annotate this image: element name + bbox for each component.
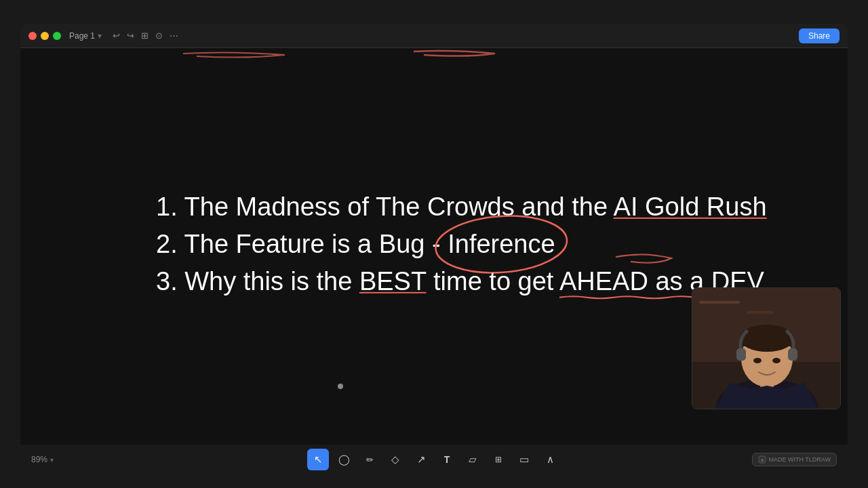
redo-icon[interactable]: ↪ [127,30,134,41]
svg-point-12 [753,358,762,363]
svg-rect-3 [699,301,740,304]
svg-rect-4 [747,311,774,314]
maximize-button[interactable] [53,32,61,40]
tool-arrow[interactable]: ↗ [410,449,432,470]
svg-rect-11 [788,348,797,361]
tool-select[interactable]: ↖ [307,449,329,470]
svg-point-13 [772,358,781,363]
webcam-render [692,288,840,409]
tldraw-badge: tl MADE WITH TLDRAW [752,453,837,466]
tool-eraser[interactable]: ◇ [384,449,406,470]
zoom-indicator: 89% ▾ [31,455,54,464]
tool-speech[interactable]: ▱ [462,449,484,470]
tool-draw[interactable]: ✏ [359,449,380,470]
page-label[interactable]: Page 1 ▾ [69,31,102,41]
bottom-toolbar: 89% ▾ ↖ ◯ ✏ ◇ ↗ T ▱ ⊞ ▭ ∧ [20,445,848,474]
main-window: Page 1 ▾ ↩ ↪ ⊞ ⊙ ⋯ Share 1. The Madness … [20,24,848,474]
inference-circle-svg [438,219,564,270]
tldraw-badge-text: MADE WITH TLDRAW [769,456,831,463]
tool-rect[interactable]: ▭ [513,449,535,470]
mouse-cursor [338,384,343,389]
tldraw-icon: tl [758,455,766,464]
close-button[interactable] [28,32,37,40]
titlebar-tools: ↩ ↪ ⊞ ⊙ ⋯ [113,30,178,41]
inference-wrap: Inference [448,227,555,262]
slide-line-2: 2. The Feature is a Bug - Inference [156,227,712,262]
ahead-text: AHEAD [559,267,655,296]
traffic-lights [28,32,61,40]
minimize-button[interactable] [41,32,49,40]
undo-icon[interactable]: ↩ [113,30,120,41]
top-annotation-svg [20,48,848,82]
tool-text[interactable]: T [436,449,458,470]
slide-line-3: 3. Why this is the BEST time to get AHEA… [156,264,712,299]
more-icon[interactable]: ⋯ [170,30,178,41]
share-button[interactable]: Share [799,28,840,43]
slide-content: 1. The Madness of The Crowds and the AI … [156,189,712,299]
slide-line-1: 1. The Madness of The Crowds and the AI … [156,189,712,224]
webcam-overlay [692,287,841,409]
titlebar: Page 1 ▾ ↩ ↪ ⊞ ⊙ ⋯ Share [20,24,848,48]
best-text: BEST [359,267,427,296]
ai-gold-rush-text: AI Gold Rush [614,192,767,220]
svg-rect-10 [736,348,746,361]
cursor-icon[interactable]: ⊙ [155,30,163,41]
tool-hand[interactable]: ◯ [333,449,355,470]
grid-icon[interactable]: ⊞ [141,30,149,41]
tool-frame[interactable]: ⊞ [488,449,509,470]
canvas-area[interactable]: 1. The Madness of The Crowds and the AI … [20,48,848,445]
svg-rect-9 [740,336,794,346]
tool-more[interactable]: ∧ [539,449,561,470]
webcam-video [692,288,840,409]
ahead-underline-svg [559,296,655,300]
svg-text:tl: tl [761,458,763,462]
